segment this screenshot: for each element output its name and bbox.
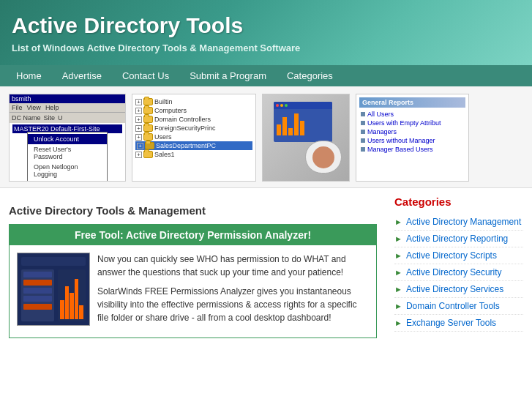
- report-manager-based[interactable]: Manager Based Users: [359, 145, 465, 154]
- screenshots-row: bsmith File View Help DC Name Site U MAS…: [0, 86, 532, 188]
- menu-file: File: [12, 104, 23, 111]
- bullet-icon: [361, 147, 365, 152]
- nav-contact[interactable]: Contact Us: [112, 65, 179, 86]
- main-content: Active Directory Tools & Management Free…: [0, 188, 386, 354]
- folder-icon-dc: [143, 116, 153, 123]
- screenshot-bsmith: bsmith File View Help DC Name Site U MAS…: [9, 94, 126, 182]
- expand-sales1[interactable]: +: [135, 152, 142, 158]
- menu-view: View: [27, 104, 41, 111]
- arrow-icon: ►: [394, 217, 402, 226]
- menubar: File View Help: [10, 103, 125, 113]
- sidebar-label-dc-tools: Domain Controller Tools: [406, 301, 500, 311]
- navigation: Home Advertise Contact Us Submit a Progr…: [0, 65, 532, 86]
- label-sales1: Sales1: [154, 151, 175, 158]
- toolbar: DC Name Site U: [10, 113, 125, 123]
- label-foreign: ForeignSecurityPrinc: [154, 124, 216, 132]
- context-menu: Unlock Account Reset User's Password Ope…: [27, 132, 108, 182]
- dc-name-label: DC Name: [12, 114, 41, 122]
- nav-advertise[interactable]: Advertise: [52, 65, 112, 86]
- expand-dc[interactable]: +: [135, 116, 142, 123]
- free-tool-box: Free Tool: Active Directory Permission A…: [9, 224, 377, 338]
- report-label-all-users: All Users: [367, 111, 394, 118]
- sidebar-label-ad-security: Active Directory Security: [406, 267, 502, 277]
- bullet-icon: [361, 112, 365, 116]
- sidebar: Categories ► Active Directory Management…: [386, 188, 532, 354]
- tree-content: MASTER20 Default-First-Site Unlock Accou…: [10, 123, 125, 182]
- label-dc: Domain Controllers: [154, 116, 211, 123]
- folder-icon-computers: [143, 107, 153, 114]
- u-label: U: [58, 114, 63, 122]
- titlebar: bsmith: [10, 94, 125, 103]
- free-tool-para2: SolarWinds FREE Permissions Analyzer giv…: [97, 285, 369, 324]
- tree-item-users: + Users: [135, 133, 252, 141]
- arrow-icon: ►: [394, 234, 402, 243]
- label-users: Users: [154, 133, 172, 141]
- report-label-empty-attrib: Users with Empty Attribut: [367, 119, 441, 127]
- sidebar-item-ad-reporting[interactable]: ► Active Directory Reporting: [394, 231, 523, 247]
- sidebar-item-exchange-tools[interactable]: ► Exchange Server Tools: [394, 315, 523, 332]
- site-label: Site: [44, 114, 56, 122]
- report-label-no-manager: Users without Manager: [367, 137, 435, 144]
- sidebar-item-ad-scripts[interactable]: ► Active Directory Scripts: [394, 247, 523, 264]
- label-computers: Computers: [154, 107, 187, 114]
- free-tool-body: Now you can quickly see WHO has permissi…: [10, 245, 376, 338]
- folder-icon-builtin: [143, 98, 153, 105]
- screenshot-reports: General Reports All Users Users with Emp…: [356, 94, 469, 182]
- sidebar-item-ad-services[interactable]: ► Active Directory Services: [394, 281, 523, 298]
- sidebar-label-exchange-tools: Exchange Server Tools: [406, 318, 496, 328]
- sidebar-label-ad-management: Active Directory Management: [406, 217, 521, 227]
- context-open-netlogon[interactable]: Open Netlogon Logging: [28, 162, 107, 179]
- report-label-manager-based: Manager Based Users: [367, 146, 433, 153]
- bullet-icon: [361, 121, 365, 125]
- folder-icon-foreign: [143, 124, 153, 132]
- sidebar-item-ad-security[interactable]: ► Active Directory Security: [394, 264, 523, 281]
- context-unlock[interactable]: Unlock Account: [28, 134, 107, 144]
- bullet-icon: [361, 130, 365, 134]
- bullet-icon: [361, 138, 365, 143]
- sidebar-item-dc-tools[interactable]: ► Domain Controller Tools: [394, 298, 523, 315]
- folder-icon-users: [143, 133, 153, 141]
- expand-foreign[interactable]: +: [135, 125, 142, 132]
- main-wrapper: Active Directory Tools & Management Free…: [0, 188, 532, 354]
- free-tool-description: Now you can quickly see WHO has permissi…: [97, 253, 369, 330]
- nav-submit[interactable]: Submit a Program: [179, 65, 277, 86]
- report-empty-attrib[interactable]: Users with Empty Attribut: [359, 119, 465, 127]
- arrow-icon: ►: [394, 251, 402, 260]
- report-all-users[interactable]: All Users: [359, 110, 465, 119]
- nav-home[interactable]: Home: [6, 65, 52, 86]
- context-reset[interactable]: Reset User's Password: [28, 144, 107, 162]
- tree-item-sales1: + Sales1: [135, 150, 252, 159]
- arrow-icon: ►: [394, 268, 402, 277]
- tree-item-dc: + Domain Controllers: [135, 115, 252, 124]
- tree-item-foreign: + ForeignSecurityPrinc: [135, 124, 252, 133]
- report-managers[interactable]: Managers: [359, 127, 465, 136]
- menu-help: Help: [45, 104, 59, 111]
- nav-categories[interactable]: Categories: [277, 65, 343, 86]
- expand-sales-dept[interactable]: +: [137, 143, 143, 149]
- header: Active Directory Tools List of Windows A…: [0, 0, 532, 65]
- label-sales-dept: SalesDepartmentPC: [156, 142, 216, 149]
- free-tool-para1: Now you can quickly see WHO has permissi…: [97, 253, 369, 279]
- sidebar-title: Categories: [394, 195, 523, 208]
- report-title: General Reports: [359, 97, 465, 108]
- folder-icon-sales-dept: [145, 142, 154, 149]
- expand-users[interactable]: +: [135, 134, 142, 141]
- free-tool-header: Free Tool: Active Directory Permission A…: [10, 225, 376, 245]
- tree-item-builtin: + Builtin: [135, 97, 252, 106]
- report-label-managers: Managers: [367, 128, 397, 135]
- expand-builtin[interactable]: +: [135, 99, 142, 105]
- sidebar-label-ad-scripts: Active Directory Scripts: [406, 250, 497, 261]
- sidebar-item-ad-management[interactable]: ► Active Directory Management: [394, 214, 523, 231]
- screenshot-product: [262, 94, 350, 182]
- free-tool-image: [17, 253, 90, 326]
- report-no-manager[interactable]: Users without Manager: [359, 136, 465, 145]
- tree-item-sales-dept[interactable]: + SalesDepartmentPC: [135, 141, 252, 150]
- sidebar-label-ad-reporting: Active Directory Reporting: [406, 234, 508, 244]
- site-title: Active Directory Tools: [12, 13, 520, 38]
- arrow-icon: ►: [394, 318, 402, 327]
- context-get-netlogon[interactable]: Get Netlogon Logging: [28, 179, 107, 182]
- sidebar-label-ad-services: Active Directory Services: [406, 284, 503, 294]
- folder-icon-sales1: [143, 151, 153, 158]
- expand-computers[interactable]: +: [135, 108, 142, 114]
- tree-item-computers: + Computers: [135, 106, 252, 115]
